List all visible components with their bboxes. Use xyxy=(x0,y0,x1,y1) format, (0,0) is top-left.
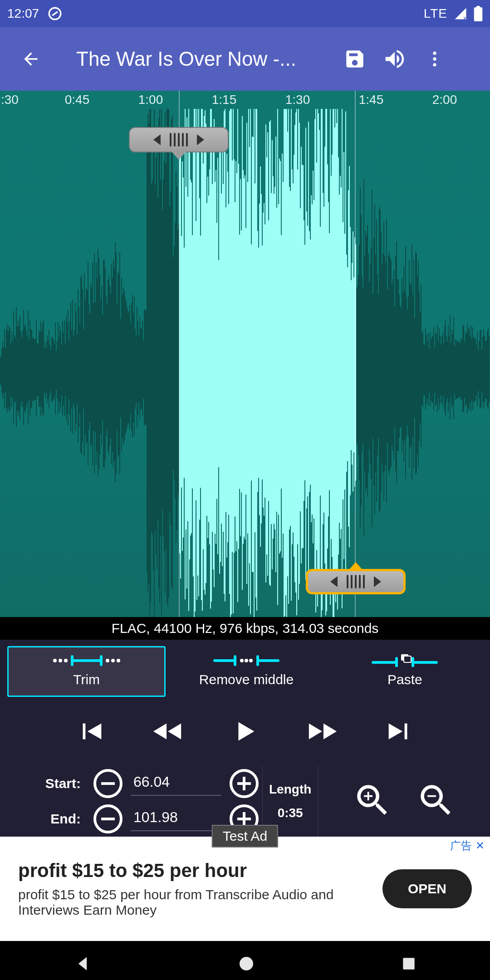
zoom-in-icon xyxy=(352,780,393,821)
play-button[interactable] xyxy=(222,713,268,750)
nav-recent-button[interactable] xyxy=(400,955,417,974)
fast-forward-icon xyxy=(302,715,343,747)
svg-point-560 xyxy=(240,659,244,662)
signal-icon: x xyxy=(454,7,467,20)
ad-banner[interactable]: Test Ad 广告✕ profit $15 to $25 per hour p… xyxy=(0,837,490,941)
waveform-view[interactable]: :30 0:45 1:00 1:15 1:30 1:45 2:00 xyxy=(0,91,490,617)
chevron-right-icon xyxy=(197,134,204,145)
paste-mode-button[interactable]: Paste xyxy=(327,646,483,697)
ruler-tick: 0:45 xyxy=(65,93,90,107)
mode-label: Trim xyxy=(73,672,100,687)
svg-rect-568 xyxy=(404,656,411,662)
nav-back-button[interactable] xyxy=(73,954,93,975)
time-ruler: :30 0:45 1:00 1:15 1:30 1:45 2:00 xyxy=(0,91,490,109)
start-label: Start: xyxy=(8,776,85,791)
svg-point-6 xyxy=(433,63,436,66)
svg-point-551 xyxy=(59,659,62,662)
ad-open-button[interactable]: OPEN xyxy=(382,869,472,908)
transport-controls xyxy=(0,703,490,766)
app-bar: The War Is Over Now -... xyxy=(0,27,490,91)
volume-icon xyxy=(382,47,407,71)
svg-rect-570 xyxy=(403,958,415,969)
grip-lines-icon xyxy=(170,133,188,147)
svg-point-5 xyxy=(433,57,436,60)
selection-start-handle[interactable] xyxy=(129,127,229,152)
minus-icon xyxy=(101,782,115,785)
mode-label: Remove middle xyxy=(199,672,294,687)
close-icon[interactable]: ✕ xyxy=(475,839,485,852)
svg-point-569 xyxy=(240,957,253,970)
skip-end-button[interactable] xyxy=(377,713,422,750)
more-vert-icon xyxy=(425,49,445,69)
dnd-icon xyxy=(47,6,63,21)
fast-rewind-icon xyxy=(147,715,188,747)
arrow-back-icon xyxy=(21,49,41,69)
skip-start-button[interactable] xyxy=(68,713,113,750)
system-nav-bar xyxy=(0,941,490,980)
remove-middle-icon xyxy=(210,654,283,667)
zoom-out-icon xyxy=(416,780,456,821)
ad-body: profit $15 to $25 per hour from Transcri… xyxy=(18,887,345,918)
save-icon xyxy=(343,48,366,70)
svg-point-552 xyxy=(64,659,68,662)
zoom-in-button[interactable] xyxy=(352,780,393,823)
battery-icon xyxy=(474,6,483,21)
nav-back-icon xyxy=(73,954,93,974)
back-button[interactable] xyxy=(11,39,51,79)
svg-rect-2 xyxy=(474,7,483,21)
audio-format-info: FLAC, 44100 Hz, 976 kbps, 314.03 seconds xyxy=(0,617,490,640)
save-button[interactable] xyxy=(335,39,375,79)
minus-icon xyxy=(101,818,115,820)
ruler-tick: 1:15 xyxy=(212,93,237,107)
chevron-left-icon xyxy=(153,134,161,145)
ad-title: profit $15 to $25 per hour xyxy=(18,860,382,882)
forward-button[interactable] xyxy=(299,713,345,750)
ad-info-tag[interactable]: 广告✕ xyxy=(450,838,485,853)
network-label: LTE xyxy=(424,6,447,21)
svg-point-561 xyxy=(245,659,248,662)
length-label: Length xyxy=(269,782,311,797)
trim-mode-button[interactable]: Trim xyxy=(7,646,166,697)
end-label: End: xyxy=(8,811,85,827)
trim-icon xyxy=(50,654,123,667)
svg-text:x: x xyxy=(463,15,467,20)
skip-previous-icon xyxy=(75,715,107,747)
length-value: 0:35 xyxy=(278,806,303,820)
ad-badge: Test Ad xyxy=(212,825,278,848)
end-value-input[interactable] xyxy=(131,807,221,831)
nav-recent-icon xyxy=(400,955,417,972)
start-increment-button[interactable] xyxy=(230,769,259,798)
ruler-tick: 2:00 xyxy=(432,93,457,107)
ruler-tick: 1:00 xyxy=(138,93,163,107)
edit-mode-row: Trim Remove middle Paste xyxy=(0,640,490,703)
chevron-right-icon xyxy=(374,576,381,587)
start-decrement-button[interactable] xyxy=(93,769,122,798)
zoom-out-button[interactable] xyxy=(416,780,456,823)
remove-middle-mode-button[interactable]: Remove middle xyxy=(168,646,324,697)
rewind-button[interactable] xyxy=(145,713,191,750)
ruler-tick: 1:45 xyxy=(359,93,384,107)
paste-icon xyxy=(368,654,441,667)
svg-point-554 xyxy=(111,659,115,662)
skip-next-icon xyxy=(383,715,415,747)
mode-label: Paste xyxy=(387,672,422,687)
svg-point-550 xyxy=(53,659,57,662)
volume-button[interactable] xyxy=(375,39,415,79)
svg-point-553 xyxy=(106,659,109,662)
end-decrement-button[interactable] xyxy=(93,804,122,833)
status-bar: 12:07 LTE x xyxy=(0,0,490,27)
ruler-tick: 1:30 xyxy=(285,93,310,107)
start-value-input[interactable] xyxy=(131,772,221,796)
nav-home-button[interactable] xyxy=(237,955,255,975)
svg-point-562 xyxy=(249,659,253,662)
selection-end-handle[interactable] xyxy=(306,569,406,594)
chevron-left-icon xyxy=(330,576,338,587)
ruler-tick: :30 xyxy=(1,93,19,107)
play-icon xyxy=(229,713,261,750)
overflow-button[interactable] xyxy=(415,39,455,79)
svg-rect-3 xyxy=(476,6,480,8)
page-title: The War Is Over Now -... xyxy=(76,48,335,70)
status-time: 12:07 xyxy=(7,6,39,21)
svg-point-4 xyxy=(433,52,436,55)
grip-lines-icon xyxy=(347,575,365,588)
